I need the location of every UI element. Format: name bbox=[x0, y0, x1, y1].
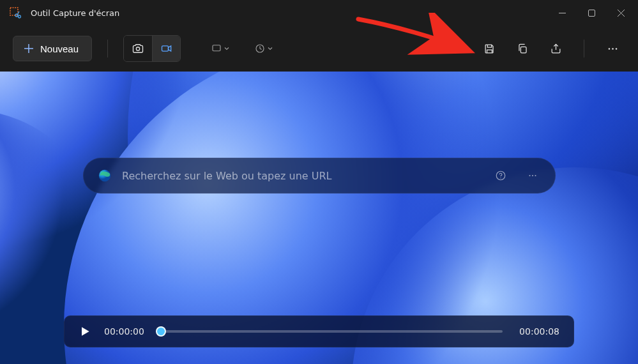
snipping-tool-app-icon bbox=[9, 6, 22, 19]
edge-search-bar: Recherchez sur le Web ou tapez une URL bbox=[83, 158, 556, 193]
playback-bar: 00:00:00 00:00:08 bbox=[64, 315, 574, 347]
maximize-button[interactable] bbox=[577, 0, 606, 26]
more-icon bbox=[607, 43, 619, 55]
svg-rect-11 bbox=[162, 46, 168, 51]
svg-line-15 bbox=[260, 49, 262, 50]
copy-icon bbox=[517, 43, 529, 55]
svg-point-22 bbox=[500, 178, 501, 178]
edge-logo-icon bbox=[98, 169, 112, 183]
toolbar: Nouveau bbox=[0, 26, 638, 72]
svg-rect-5 bbox=[588, 10, 595, 16]
svg-point-17 bbox=[608, 48, 610, 50]
seek-thumb[interactable] bbox=[156, 326, 166, 337]
photo-mode-button[interactable] bbox=[124, 36, 152, 61]
toolbar-divider bbox=[107, 40, 108, 57]
copy-button[interactable] bbox=[510, 36, 535, 61]
svg-point-10 bbox=[136, 47, 139, 50]
close-button[interactable] bbox=[606, 0, 635, 26]
new-button-label: Nouveau bbox=[40, 43, 79, 54]
plus-icon bbox=[24, 43, 34, 54]
toolbar-divider bbox=[584, 40, 584, 57]
capture-preview: Recherchez sur le Web ou tapez une URL 0… bbox=[0, 72, 638, 364]
help-circle-icon bbox=[495, 170, 506, 181]
play-icon bbox=[79, 325, 91, 338]
share-icon bbox=[550, 43, 562, 55]
maximize-icon bbox=[588, 10, 595, 17]
chevron-down-icon bbox=[224, 45, 230, 52]
close-icon bbox=[618, 10, 625, 17]
play-button[interactable] bbox=[79, 325, 91, 338]
capture-mode-group bbox=[123, 35, 181, 62]
camera-icon bbox=[132, 42, 144, 55]
video-camera-icon bbox=[160, 42, 173, 55]
capture-shape-icon bbox=[211, 43, 222, 54]
svg-point-23 bbox=[529, 175, 530, 176]
minimize-icon bbox=[559, 10, 566, 17]
new-capture-button[interactable]: Nouveau bbox=[13, 36, 92, 61]
svg-point-18 bbox=[612, 48, 614, 50]
svg-rect-12 bbox=[213, 45, 220, 51]
svg-point-25 bbox=[535, 175, 536, 176]
seek-track[interactable] bbox=[161, 330, 503, 333]
edge-search-placeholder: Recherchez sur le Web ou tapez une URL bbox=[122, 170, 480, 182]
total-time: 00:00:08 bbox=[519, 326, 559, 337]
titlebar: Outil Capture d'écran bbox=[0, 0, 638, 26]
ellipsis-icon bbox=[527, 170, 538, 181]
svg-point-24 bbox=[532, 175, 533, 176]
svg-point-2 bbox=[19, 15, 21, 18]
share-button[interactable] bbox=[543, 36, 568, 61]
save-button[interactable] bbox=[476, 36, 502, 61]
minimize-button[interactable] bbox=[547, 0, 577, 26]
svg-point-19 bbox=[615, 48, 617, 50]
capture-shape-dropdown[interactable] bbox=[202, 36, 238, 61]
current-time: 00:00:00 bbox=[104, 326, 144, 337]
delay-dropdown[interactable] bbox=[246, 36, 282, 61]
svg-rect-16 bbox=[520, 47, 526, 53]
save-icon bbox=[483, 43, 496, 55]
window-title: Outil Capture d'écran bbox=[31, 8, 119, 18]
delay-timer-icon bbox=[254, 43, 266, 54]
edge-more-button bbox=[522, 165, 543, 186]
chevron-down-icon bbox=[267, 45, 273, 52]
video-mode-button[interactable] bbox=[152, 36, 180, 61]
edge-help-button bbox=[490, 165, 512, 186]
more-button[interactable] bbox=[600, 36, 625, 61]
